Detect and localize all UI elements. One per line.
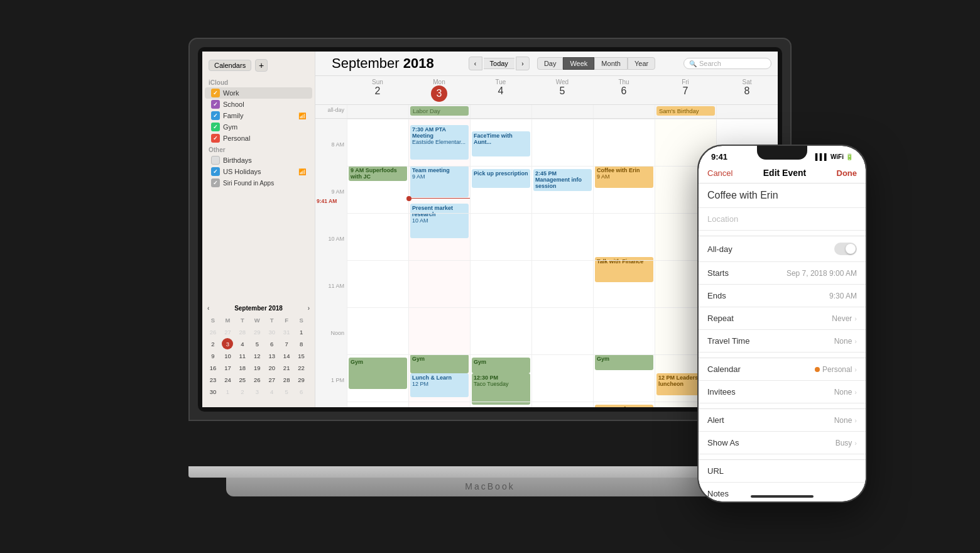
header-mon[interactable]: Mon 3	[408, 76, 470, 104]
calendars-button[interactable]: Calendars	[209, 60, 251, 71]
event-name-field[interactable]: Coffee with Erin	[699, 183, 866, 208]
header-tue[interactable]: Tue 4	[470, 76, 531, 104]
search-placeholder: Search	[699, 60, 721, 67]
event-management[interactable]: 2:45 PM Management info session	[533, 169, 592, 191]
allday-mon[interactable]: Labor Day	[408, 105, 470, 118]
year-view-button[interactable]: Year	[628, 57, 655, 70]
sams-birthday-event[interactable]: Sam's Birthday	[656, 106, 715, 116]
time-noon: Noon	[330, 330, 344, 336]
sidebar-item-siri[interactable]: Siri Found in Apps	[205, 177, 312, 189]
allday-tue[interactable]	[470, 105, 531, 118]
allday-thu[interactable]	[593, 105, 655, 118]
iphone-screen: 9:41 ▌▌▌ WiFi 🔋 Cancel Edit Event Done C…	[699, 146, 866, 501]
sidebar-item-birthdays[interactable]: Birthdays	[205, 155, 312, 166]
toolbar: September 2018 ‹ Today › Day	[315, 52, 778, 76]
invitees-chevron: ›	[854, 388, 857, 396]
travel-row[interactable]: Travel Time None ›	[699, 330, 866, 353]
calendar-row[interactable]: Calendar Personal ›	[699, 358, 866, 381]
url-row[interactable]: URL	[699, 460, 866, 483]
event-gym-mon[interactable]: Gym	[410, 354, 469, 373]
event-afternoon-bike[interactable]: 1:30 PM Afternoon bike ride	[595, 405, 653, 407]
sidebar-item-holidays[interactable]: US Holidays 📶	[205, 166, 312, 177]
travel-value: None	[834, 337, 852, 346]
header-sun[interactable]: Sun 2	[347, 76, 408, 104]
invitees-row[interactable]: Invitees None ›	[699, 381, 866, 403]
header-fri[interactable]: Fri 7	[655, 76, 716, 104]
sidebar-item-work[interactable]: Work	[205, 87, 312, 99]
today-button[interactable]: Today	[484, 58, 514, 69]
calendar-section: Calendar Personal › Invitees None ›	[699, 358, 866, 403]
mini-cal-next[interactable]: ›	[308, 305, 310, 312]
event-taco-tuesday[interactable]: 12:30 PM Taco Tuesday	[472, 373, 530, 405]
event-pickup-prescription[interactable]: Pick up prescription	[472, 169, 530, 188]
macbook-label: MacBook	[465, 481, 514, 491]
event-coffee-erin[interactable]: Coffee with Erin 9 AM	[595, 166, 653, 188]
event-present-market[interactable]: Present market research 10 AM	[410, 204, 469, 238]
event-facetime[interactable]: FaceTime with Aunt...	[472, 131, 530, 156]
family-wifi-icon: 📶	[298, 112, 306, 119]
holidays-wifi-icon: 📶	[298, 168, 306, 175]
mini-cal-grid: S M T W T F S 26 27 28	[207, 314, 310, 397]
event-gym-sun[interactable]: Gym	[349, 358, 407, 389]
day-col-tue[interactable]: FaceTime with Aunt... Pick up prescripti…	[470, 119, 531, 407]
day-col-mon[interactable]: 7:30 AM PTA Meeting Eastside Elementar..…	[408, 119, 470, 407]
allday-wed[interactable]	[531, 105, 593, 118]
event-team-meeting[interactable]: Team meeting 9 AM	[410, 166, 469, 197]
allday-fri[interactable]: Sam's Birthday	[655, 105, 716, 118]
done-button[interactable]: Done	[837, 168, 858, 178]
add-calendar-button[interactable]: +	[255, 59, 268, 72]
notes-row[interactable]: Notes	[699, 483, 866, 501]
all-day-label: all-day	[315, 105, 347, 118]
allday-sun[interactable]	[347, 105, 408, 118]
next-week-button[interactable]: ›	[516, 57, 530, 70]
event-superfoods-title: 9 AM Superfoods with JC	[351, 167, 405, 180]
event-gym-thu[interactable]: Gym	[595, 354, 653, 370]
starts-row[interactable]: Starts Sep 7, 2018 9:00 AM	[699, 262, 866, 285]
alert-row[interactable]: Alert None ›	[699, 409, 866, 432]
alert-value: None	[834, 416, 852, 425]
ends-row[interactable]: Ends 9:30 AM	[699, 285, 866, 307]
birthdays-dot	[211, 156, 220, 165]
all-day-row-iphone[interactable]: All-day	[699, 236, 866, 262]
invitees-value: None	[834, 388, 852, 397]
week-view-button[interactable]: Week	[563, 57, 594, 70]
starts-value: Sep 7, 2018 9:00 AM	[787, 269, 857, 278]
event-lunch-learn[interactable]: Lunch & Learn 12 PM	[410, 373, 469, 397]
personal-calendar-dot-iphone	[815, 367, 820, 372]
header-sat[interactable]: Sat 8	[716, 76, 778, 104]
day-col-wed[interactable]: 2:45 PM Management info session Project …	[531, 119, 593, 407]
day-view-button[interactable]: Day	[537, 57, 564, 70]
allday-sat[interactable]	[716, 105, 778, 118]
month-view-button[interactable]: Month	[594, 57, 628, 70]
header-wed[interactable]: Wed 5	[531, 76, 593, 104]
edit-event-title: Edit Event	[763, 168, 806, 178]
header-thu[interactable]: Thu 6	[593, 76, 655, 104]
work-label: Work	[223, 89, 239, 97]
time-labels-col: 8 AM 9 AM 10 AM 11 AM Noon 1 PM 2 PM 3 P…	[315, 119, 347, 407]
sidebar-item-school[interactable]: School	[205, 99, 312, 110]
sidebar-item-personal[interactable]: Personal	[205, 133, 312, 144]
day-col-sun[interactable]: 9 AM Superfoods with JC Gym Weekly check…	[347, 119, 408, 407]
repeat-row[interactable]: Repeat Never ›	[699, 307, 866, 330]
alert-label: Alert	[707, 415, 834, 425]
sidebar-item-family[interactable]: Family 📶	[205, 110, 312, 121]
sidebar-item-gym[interactable]: Gym	[205, 121, 312, 133]
show-as-row[interactable]: Show As Busy ›	[699, 432, 866, 454]
siri-dot	[211, 178, 220, 187]
school-calendar-dot	[211, 100, 220, 109]
event-talk-finance[interactable]: Talk with Finance	[595, 257, 653, 282]
location-field[interactable]: Location	[699, 208, 866, 231]
prev-week-button[interactable]: ‹	[469, 57, 482, 70]
iphone: 9:41 ▌▌▌ WiFi 🔋 Cancel Edit Event Done C…	[697, 145, 867, 503]
mini-cal-prev[interactable]: ‹	[207, 305, 209, 312]
event-gym-tue[interactable]: Gym	[472, 358, 530, 373]
starts-label: Starts	[707, 268, 787, 278]
cancel-button[interactable]: Cancel	[707, 168, 732, 178]
all-day-toggle[interactable]	[834, 243, 857, 255]
day-col-thu[interactable]: Coffee with Erin 9 AM Talk with Finance …	[593, 119, 655, 407]
event-pta[interactable]: 7:30 AM PTA Meeting Eastside Elementar..…	[410, 125, 469, 160]
event-superfoods[interactable]: 9 AM Superfoods with JC	[349, 166, 407, 181]
sidebar: Calendars + iCloud Work School	[202, 52, 315, 407]
search-box[interactable]: 🔍 Search	[683, 58, 771, 69]
labor-day-event[interactable]: Labor Day	[410, 106, 469, 116]
